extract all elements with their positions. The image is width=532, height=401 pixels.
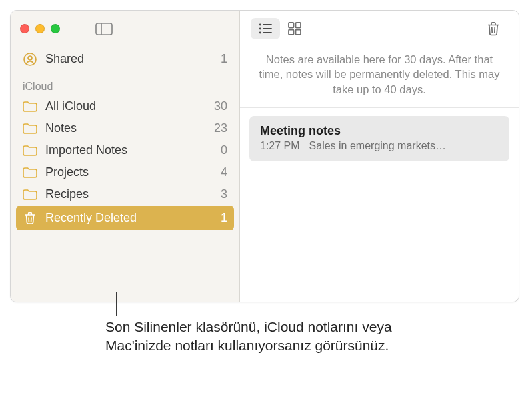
minimize-icon[interactable] xyxy=(35,24,45,33)
callout-line xyxy=(116,292,117,316)
folder-icon xyxy=(23,167,37,179)
folder-icon xyxy=(23,145,37,157)
sidebar: Shared 1 iCloud All iCloud 30 xyxy=(11,11,240,302)
sidebar-item-count: 23 xyxy=(214,121,227,135)
window-controls xyxy=(20,24,60,33)
close-icon[interactable] xyxy=(20,24,29,33)
svg-rect-13 xyxy=(296,23,301,28)
folder-icon xyxy=(23,101,37,113)
delete-button[interactable] xyxy=(479,18,508,39)
shared-icon xyxy=(23,53,37,66)
sidebar-item-shared[interactable]: Shared 1 xyxy=(11,47,239,71)
sidebar-item-count: 1 xyxy=(221,211,227,225)
svg-rect-15 xyxy=(296,30,301,35)
svg-rect-12 xyxy=(289,23,294,28)
callout-text: Son Silinenler klasörünü, iCloud notları… xyxy=(105,318,392,355)
sidebar-item-label: All iCloud xyxy=(45,99,96,113)
note-list-item[interactable]: Meeting notes 1:27 PM Sales in emerging … xyxy=(249,116,509,161)
grid-view-button[interactable] xyxy=(280,18,309,39)
main-pane: Notes are available here for 30 days. Af… xyxy=(240,11,519,302)
svg-point-3 xyxy=(28,56,32,60)
sidebar-toggle-button[interactable] xyxy=(94,21,114,36)
svg-rect-14 xyxy=(289,30,294,35)
info-banner: Notes are available here for 30 days. Af… xyxy=(240,47,519,108)
svg-rect-0 xyxy=(96,23,112,35)
sidebar-item-count: 3 xyxy=(221,187,227,202)
sidebar-folder-recently-deleted[interactable]: Recently Deleted 1 xyxy=(16,206,234,230)
sidebar-item-label: Shared xyxy=(45,52,84,66)
trash-icon xyxy=(23,212,37,224)
svg-point-2 xyxy=(24,53,36,65)
folder-icon xyxy=(23,189,37,201)
sidebar-item-count: 30 xyxy=(214,99,227,113)
list-view-button[interactable] xyxy=(251,18,280,39)
sidebar-item-count: 0 xyxy=(221,143,227,157)
sidebar-folder-projects[interactable]: Projects 4 xyxy=(11,161,239,183)
note-meta: 1:27 PM Sales in emerging markets… xyxy=(260,140,499,152)
sidebar-item-label: Recipes xyxy=(45,187,89,202)
svg-point-10 xyxy=(259,32,261,34)
note-time: 1:27 PM xyxy=(260,140,300,152)
sidebar-folder-notes[interactable]: Notes 23 xyxy=(11,117,239,139)
sidebar-item-label: Recently Deleted xyxy=(45,211,137,225)
sidebar-group-label: iCloud xyxy=(11,71,239,95)
folder-icon xyxy=(23,123,37,135)
sidebar-item-label: Imported Notes xyxy=(45,143,127,157)
svg-point-8 xyxy=(259,28,261,30)
zoom-icon[interactable] xyxy=(51,24,60,33)
app-window: Shared 1 iCloud All iCloud 30 xyxy=(10,10,519,302)
titlebar xyxy=(11,11,239,47)
view-mode-segmented xyxy=(251,18,309,39)
toolbar xyxy=(240,11,519,47)
sidebar-item-label: Projects xyxy=(45,165,89,179)
sidebar-folder-recipes[interactable]: Recipes 3 xyxy=(11,183,239,206)
sidebar-folder-all-icloud[interactable]: All iCloud 30 xyxy=(11,95,239,117)
sidebar-item-count: 1 xyxy=(221,52,227,66)
sidebar-folder-list: All iCloud 30 Notes 23 Imported xyxy=(11,95,239,236)
sidebar-item-count: 4 xyxy=(221,165,227,179)
sidebar-folder-imported-notes[interactable]: Imported Notes 0 xyxy=(11,139,239,161)
note-title: Meeting notes xyxy=(260,124,499,138)
note-preview: Sales in emerging markets… xyxy=(309,140,499,152)
svg-point-6 xyxy=(259,24,261,26)
sidebar-item-label: Notes xyxy=(45,121,77,135)
